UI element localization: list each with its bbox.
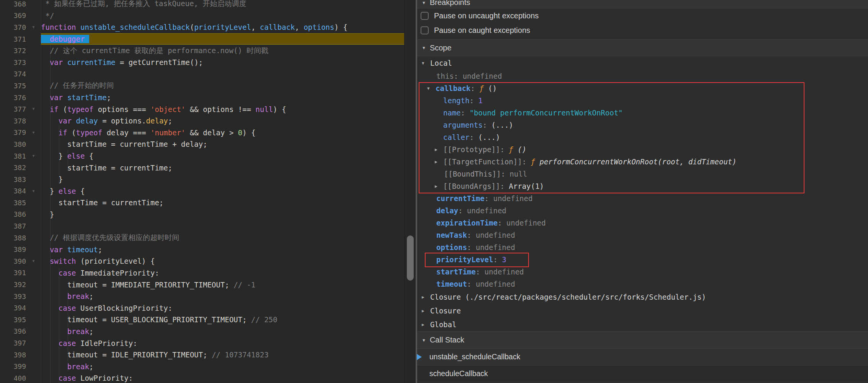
code-line: 386 } (0, 209, 416, 221)
code-token: typeof (76, 128, 103, 137)
pause-uncaught-checkbox[interactable] (421, 12, 429, 20)
line-number[interactable]: 372 (0, 47, 26, 55)
pause-exception-row: Pause on caught exceptions (417, 23, 868, 37)
line-number[interactable]: 375 (0, 82, 26, 90)
scope-group-row[interactable]: ▶Closure (417, 304, 868, 318)
scope-property-row[interactable]: ▶[[Prototype]]: ƒ () (417, 143, 868, 156)
scrollbar-thumb[interactable] (407, 235, 414, 281)
scope-group-label: Closure (./src/react/packages/scheduler/… (430, 293, 706, 301)
line-number[interactable]: 393 (0, 292, 26, 300)
line-number[interactable]: 368 (0, 0, 26, 8)
line-number[interactable]: 376 (0, 94, 26, 102)
line-number[interactable]: 377 (0, 105, 26, 113)
line-number[interactable]: 381 (0, 152, 26, 160)
line-number[interactable]: 388 (0, 234, 26, 242)
line-number[interactable]: 382 (0, 164, 26, 172)
code-token (41, 362, 67, 371)
code-token: unstable_scheduleCallback (80, 23, 190, 31)
scope-group-row[interactable]: ▼Local (417, 56, 868, 70)
scope-property-row[interactable]: ▶[[TargetFunction]]: ƒ performConcurrent… (417, 156, 868, 168)
code-text: // 这个 currentTime 获取的是 performance.now()… (41, 45, 404, 57)
line-number[interactable]: 379 (0, 128, 26, 136)
code-token (41, 117, 59, 125)
line-number[interactable]: 397 (0, 339, 26, 347)
code-token (41, 269, 59, 277)
code-token (41, 374, 59, 382)
line-number[interactable]: 383 (0, 175, 26, 183)
line-number[interactable]: 380 (0, 140, 26, 148)
line-number[interactable]: 400 (0, 374, 26, 382)
line-number[interactable]: 371 (0, 35, 26, 43)
scope-property-row[interactable]: ▶[[BoundArgs]]: Array(1) (417, 180, 868, 192)
line-number[interactable]: 399 (0, 362, 26, 370)
chevron-down-icon[interactable]: ▼ (427, 86, 436, 91)
scope-group-row[interactable]: ▶Global (417, 318, 868, 331)
scope-key: [[BoundArgs]] (443, 182, 500, 190)
fold-arrow-icon[interactable]: ▼ (26, 21, 41, 33)
scope-property-row: caller: (...) (417, 131, 868, 143)
code-token: timeout = IMMEDIATE_PRIORITY_TIMEOUT; (41, 281, 233, 289)
chevron-right-icon[interactable]: ▶ (422, 308, 430, 313)
line-number[interactable]: 385 (0, 199, 26, 207)
line-number[interactable]: 369 (0, 11, 26, 19)
call-stack-section-header[interactable]: ▼ Call Stack (417, 331, 868, 349)
line-number[interactable]: 394 (0, 304, 26, 312)
colon: : (485, 194, 493, 203)
code-token: ; (89, 362, 93, 371)
editor-scrollbar[interactable] (404, 0, 416, 383)
code-line: 387 (0, 220, 416, 232)
code-token: && delay > (186, 128, 238, 137)
breakpoints-section-header[interactable]: ▼ Breakpoints (417, 0, 868, 8)
line-number[interactable]: 374 (0, 70, 26, 78)
line-number[interactable]: 395 (0, 316, 26, 324)
line-number[interactable]: 378 (0, 117, 26, 125)
call-stack-frame[interactable]: scheduleCallback (417, 365, 868, 382)
scope-section-header[interactable]: ▼ Scope (417, 39, 868, 56)
scope-value: undefined (485, 268, 524, 276)
code-token: ) { (242, 128, 255, 137)
scope-key: expirationTime (436, 219, 498, 227)
fold-arrow-icon[interactable]: ▼ (26, 255, 41, 267)
colon: : (476, 268, 485, 276)
code-token: ( (59, 105, 67, 114)
line-number[interactable]: 389 (0, 245, 26, 253)
fold-arrow-icon[interactable]: ▼ (26, 127, 41, 139)
fold-arrow-icon[interactable]: ▼ (26, 150, 41, 162)
code-token: UserBlockingPriority: (76, 304, 173, 312)
code-token: ( (67, 128, 76, 137)
chevron-right-icon[interactable]: ▶ (435, 147, 443, 152)
chevron-right-icon[interactable]: ▶ (422, 295, 430, 300)
line-number[interactable]: 387 (0, 222, 26, 230)
line-number[interactable]: 391 (0, 269, 26, 277)
fold-arrow-icon[interactable]: ▼ (26, 103, 41, 115)
chevron-right-icon[interactable]: ▶ (422, 322, 430, 327)
checkbox-label: Pause on uncaught exceptions (434, 11, 539, 20)
chevron-right-icon[interactable]: ▶ (435, 184, 443, 189)
line-number[interactable]: 390 (0, 257, 26, 265)
scope-property-row[interactable]: ▼callback: ƒ () (417, 82, 868, 94)
code-token: var (50, 93, 63, 102)
code-text: } (41, 209, 404, 221)
chevron-down-icon[interactable]: ▼ (422, 61, 430, 66)
call-stack-frame[interactable]: unstable_scheduleCallback (417, 349, 868, 365)
scope-group-row[interactable]: ▶Closure (./src/react/packages/scheduler… (417, 290, 868, 304)
code-token: ; (89, 327, 93, 336)
line-number[interactable]: 398 (0, 351, 26, 359)
chevron-right-icon[interactable]: ▶ (435, 159, 443, 164)
fold-arrow-icon[interactable]: ▼ (26, 185, 41, 197)
line-number[interactable]: 386 (0, 210, 26, 218)
code-line: 373 var currentTime = getCurrentTime(); (0, 57, 416, 68)
line-number[interactable]: 392 (0, 281, 26, 289)
line-number[interactable]: 384 (0, 187, 26, 195)
scope-key: caller (443, 133, 470, 141)
line-number[interactable]: 396 (0, 327, 26, 335)
pause-caught-checkbox[interactable] (421, 26, 429, 34)
line-number[interactable]: 370 (0, 23, 26, 31)
code-token (41, 47, 50, 55)
code-token: ; (107, 93, 111, 102)
line-number[interactable]: 373 (0, 58, 26, 67)
scope-key: [[BoundThis]] (444, 170, 501, 178)
code-token: ImmediatePriority: (76, 269, 159, 277)
scope-value: undefined (476, 231, 515, 239)
colon: : (493, 255, 502, 264)
